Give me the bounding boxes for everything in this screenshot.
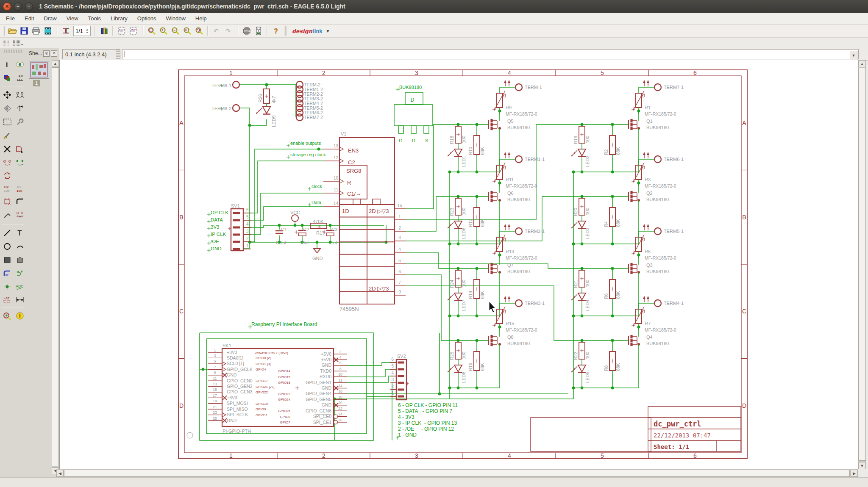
arc-tool[interactable] — [14, 241, 25, 252]
group-tool[interactable] — [2, 117, 13, 127]
stop-icon[interactable]: STOP — [241, 25, 253, 36]
grid-menu-icon[interactable] — [12, 37, 24, 48]
attribute-tool[interactable]: >AT — [2, 295, 13, 305]
scroll-left-icon[interactable]: ◀ — [56, 470, 64, 477]
zoom-in-icon[interactable]: + — [158, 25, 170, 36]
help-icon[interactable]: ? — [270, 25, 282, 36]
svg-text:6: 6 — [246, 208, 249, 212]
zoom-redraw-icon[interactable] — [193, 25, 205, 36]
redo-icon[interactable]: ↷ — [223, 25, 235, 36]
smash-tool[interactable] — [2, 196, 13, 207]
svg-text:15: 15 — [213, 387, 217, 392]
menu-edit[interactable]: Edit — [21, 14, 38, 23]
save-icon[interactable] — [18, 25, 30, 36]
info-tool[interactable]: i — [2, 59, 13, 69]
design-link-button[interactable]: designlink▼ — [292, 28, 330, 34]
open-icon[interactable] — [6, 25, 18, 36]
print-icon[interactable] — [30, 25, 42, 36]
ratsnest-icon[interactable] — [253, 25, 264, 36]
split-tool[interactable] — [2, 210, 13, 220]
polygon-tool[interactable] — [14, 255, 25, 265]
svg-text:>AT: >AT — [3, 296, 9, 300]
pinswap-tool[interactable] — [2, 158, 13, 168]
menu-window[interactable]: Window — [162, 14, 189, 23]
text-tool[interactable]: T — [14, 228, 25, 238]
scroll-up-icon[interactable]: ▲ — [52, 60, 59, 67]
bus-tool[interactable] — [2, 268, 13, 278]
menu-tools[interactable]: Tools — [84, 14, 105, 23]
wire-tool[interactable] — [2, 228, 13, 238]
canvas-hscrollbar[interactable]: ◀ ▶ — [56, 469, 858, 477]
scroll-right-icon[interactable]: ▶ — [851, 470, 858, 477]
svg-text:GPIO14: GPIO14 — [278, 369, 290, 373]
add-tool[interactable] — [14, 144, 25, 154]
zoom-out-icon[interactable]: − — [170, 25, 181, 36]
svg-text:LED1: LED1 — [461, 156, 466, 167]
sheets-scrollbar[interactable]: ▲ ▼ — [52, 60, 59, 474]
sheet-number-badge[interactable]: 1 — [33, 80, 40, 86]
cam-processor-icon[interactable] — [42, 25, 54, 36]
palette-grip[interactable] — [4, 50, 23, 53]
svg-text:GPIO24: GPIO24 — [278, 398, 290, 401]
command-history-dropdown-icon[interactable]: ▼ — [850, 51, 857, 60]
schematic-canvas[interactable]: 112233445566AABBCCDDdc_pwr_ctrl22/12/201… — [59, 60, 858, 469]
close-button[interactable]: ✕ — [3, 3, 11, 11]
zoom-fit-icon[interactable] — [146, 25, 158, 36]
show-tool[interactable] — [14, 59, 25, 69]
circle-tool[interactable] — [2, 241, 13, 252]
menu-options[interactable]: Options — [134, 14, 160, 23]
maximize-button[interactable]: ▫ — [25, 3, 33, 11]
mirror-tool[interactable] — [2, 103, 13, 113]
close-panel-icon[interactable]: ✕ — [51, 50, 57, 57]
junction-tool[interactable] — [2, 282, 13, 292]
switch-board-icon[interactable] — [60, 25, 72, 36]
menu-view[interactable]: View — [63, 14, 82, 23]
name-tool[interactable]: R210k — [2, 183, 13, 194]
sheet-selector[interactable]: 1/1▲▼ — [73, 26, 91, 36]
miter-tool[interactable] — [14, 196, 25, 207]
menu-file[interactable]: File — [2, 14, 19, 23]
float-panel-icon[interactable]: ◎ — [43, 50, 50, 57]
replace-tool[interactable] — [2, 171, 13, 181]
grid-small-icon[interactable] — [0, 37, 12, 48]
scroll-up-icon[interactable]: ▲ — [858, 60, 866, 67]
minimize-button[interactable]: – — [14, 3, 22, 11]
copy-tool[interactable] — [14, 90, 25, 100]
cut-tool[interactable] — [2, 130, 13, 141]
svg-text:26: 26 — [338, 418, 342, 422]
menu-library[interactable]: Library — [107, 14, 131, 23]
change-tool[interactable] — [14, 117, 25, 127]
errors-tool[interactable]: ! — [14, 311, 25, 321]
move-tool[interactable] — [2, 90, 13, 100]
toolbar-grip[interactable] — [2, 26, 5, 36]
command-bar-grip[interactable] — [116, 49, 120, 59]
value-tool[interactable]: R210k — [14, 183, 25, 194]
scroll-down-icon[interactable]: ▼ — [858, 462, 866, 469]
mark-tool[interactable]: 4,0 — [14, 73, 25, 83]
svg-text:LED7: LED7 — [461, 300, 466, 311]
command-input[interactable]: ▼ — [122, 49, 859, 59]
run-script-icon[interactable]: SCR — [116, 25, 128, 36]
undo-icon[interactable]: ↶ — [211, 25, 223, 36]
rotate-tool[interactable] — [14, 103, 25, 113]
canvas-vscrollbar[interactable]: ▲ ▼ — [858, 60, 866, 469]
invoke-tool[interactable] — [14, 210, 25, 220]
sheet-thumbnail[interactable] — [29, 61, 49, 79]
dimension-tool[interactable] — [14, 295, 25, 305]
menu-draw[interactable]: Draw — [40, 14, 60, 23]
sheets-scroll-slider[interactable] — [52, 67, 59, 466]
label-tool[interactable]: ABC — [14, 282, 25, 292]
delete-tool[interactable] — [2, 144, 13, 154]
display-tool[interactable] — [2, 73, 13, 83]
rect-tool[interactable] — [2, 255, 13, 265]
run-ulp-icon[interactable]: ULP — [128, 25, 140, 36]
zoom-select-icon[interactable]: ≡ — [181, 25, 193, 36]
vscroll-slider[interactable] — [858, 68, 866, 461]
use-library-icon[interactable] — [98, 25, 110, 36]
hscroll-slider[interactable] — [64, 470, 850, 477]
net-tool[interactable] — [14, 268, 25, 278]
menu-help[interactable]: Help — [192, 14, 211, 23]
toolbar-grip[interactable] — [284, 26, 287, 36]
gateswap-tool[interactable] — [14, 158, 25, 168]
erc-tool[interactable] — [2, 311, 13, 321]
